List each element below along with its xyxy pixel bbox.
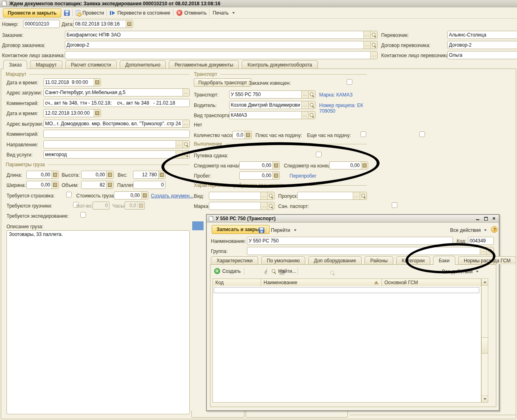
direction-input[interactable] xyxy=(44,141,176,148)
driver-input[interactable] xyxy=(230,101,301,109)
choose-button[interactable]: ... xyxy=(353,192,360,199)
direction-field[interactable]: ... xyxy=(43,140,190,148)
calculator-button[interactable] xyxy=(106,171,113,178)
calculator-button[interactable] xyxy=(137,202,144,209)
calculator-button[interactable] xyxy=(158,171,165,178)
choose-button[interactable]: ... xyxy=(370,51,377,59)
req-kind-field[interactable]: ... xyxy=(209,192,275,200)
open-button[interactable] xyxy=(487,247,493,255)
pallet-input[interactable] xyxy=(133,181,165,189)
number-field[interactable] xyxy=(23,20,60,28)
service-type-field[interactable]: ... xyxy=(43,150,190,159)
trailer-number-link[interactable]: Номер прицепа: ЕК709050 xyxy=(319,103,363,114)
customer-contact-field[interactable]: ... xyxy=(65,51,378,59)
open-button[interactable] xyxy=(308,111,315,119)
san-passport-checkbox[interactable] xyxy=(392,202,397,208)
odometer-start-input[interactable] xyxy=(240,162,272,169)
pick-transport-button[interactable]: Подобрать транспорт xyxy=(194,78,251,87)
hours-field[interactable] xyxy=(124,201,145,210)
carrier-input[interactable] xyxy=(448,31,517,39)
date-input[interactable] xyxy=(74,20,126,28)
tab-raschet-stoimosti[interactable]: Расчет стоимости xyxy=(65,60,117,69)
comment-unload-field[interactable] xyxy=(43,130,190,138)
tab-reglamentnye-dokumenty[interactable]: Регламентные документы xyxy=(169,60,239,69)
calendar-button[interactable] xyxy=(94,109,101,117)
cost-field[interactable] xyxy=(114,191,148,199)
column-header-code[interactable]: Код xyxy=(213,280,261,285)
tab-rayony[interactable]: Районы xyxy=(365,256,393,264)
open-button[interactable] xyxy=(370,41,377,49)
list-all-actions-button[interactable]: Все действия xyxy=(442,269,478,274)
choose-button[interactable]: ... xyxy=(301,101,308,109)
mileage-field[interactable] xyxy=(239,171,280,180)
odometer-start-field[interactable] xyxy=(239,161,280,169)
cancel-button[interactable]: Отменить xyxy=(176,10,207,16)
tab-zakaz[interactable]: Заказ xyxy=(3,60,27,69)
close-icon[interactable] xyxy=(491,216,497,221)
req-kind-input[interactable] xyxy=(209,192,260,199)
calculator-button[interactable] xyxy=(51,181,58,189)
pallet-field[interactable] xyxy=(133,181,165,189)
create-button[interactable]: Создать xyxy=(214,268,241,274)
overrun-link[interactable]: Перепробег xyxy=(290,173,316,179)
unload-address-input[interactable] xyxy=(44,120,182,127)
number-input[interactable] xyxy=(24,20,59,28)
calendar-button[interactable] xyxy=(126,20,133,28)
choose-button[interactable]: ... xyxy=(176,151,182,158)
goto-menu-button[interactable]: Перейти xyxy=(271,227,296,233)
tab-marshrut[interactable]: Маршрут xyxy=(30,60,62,69)
calculator-button[interactable] xyxy=(272,172,279,179)
transport-type-field[interactable]: ... xyxy=(229,111,315,119)
choose-button[interactable]: ... xyxy=(301,91,308,98)
qty-field[interactable] xyxy=(92,201,109,210)
column-header-main-fuel[interactable]: Основной ГСМ xyxy=(382,280,481,285)
customer-contract-input[interactable] xyxy=(65,41,363,49)
calculator-button[interactable] xyxy=(141,192,148,199)
load-address-input[interactable] xyxy=(44,89,182,96)
post-and-close-button[interactable]: Провести и закрыть xyxy=(3,9,61,17)
req-brand-input[interactable] xyxy=(209,202,260,210)
calculator-button[interactable] xyxy=(106,181,113,189)
choose-button[interactable]: ... xyxy=(363,41,370,49)
modal-code-input[interactable] xyxy=(468,237,493,244)
tab-kontrol-dokumentooborota[interactable]: Контроль документооборота xyxy=(242,60,317,69)
comment-load-field[interactable] xyxy=(43,99,190,107)
transport-hours-input[interactable] xyxy=(233,131,245,139)
help-icon[interactable] xyxy=(491,226,498,233)
weight-field[interactable] xyxy=(133,171,165,179)
open-button[interactable] xyxy=(360,192,367,199)
req-pass-input[interactable] xyxy=(298,192,353,199)
hours-input[interactable] xyxy=(125,202,137,209)
find-button[interactable]: Найти... xyxy=(272,268,296,274)
req-pass-field[interactable]: ... xyxy=(297,192,367,200)
save-icon[interactable] xyxy=(64,10,70,16)
datetime-load-input[interactable] xyxy=(44,79,94,86)
save-icon[interactable] xyxy=(259,227,264,233)
customer-contact-input[interactable] xyxy=(65,51,370,59)
create-document-link[interactable]: Создать докумен... xyxy=(151,193,193,199)
calendar-button[interactable] xyxy=(94,79,101,86)
calculator-button[interactable] xyxy=(51,171,58,178)
open-button[interactable] xyxy=(182,141,189,148)
choose-button[interactable]: ... xyxy=(363,31,370,39)
height-field[interactable] xyxy=(81,171,114,179)
carrier-contract-input[interactable] xyxy=(448,41,517,49)
choose-button[interactable]: ... xyxy=(182,89,189,96)
waybill-checkbox[interactable] xyxy=(316,152,322,157)
edit-icon[interactable] xyxy=(263,270,268,275)
carrier-field[interactable] xyxy=(447,31,517,39)
odometer-end-field[interactable] xyxy=(329,161,368,169)
forwarding-checkbox[interactable] xyxy=(80,212,86,218)
length-field[interactable] xyxy=(26,171,59,179)
width-field[interactable] xyxy=(26,181,59,189)
modal-group-input[interactable] xyxy=(247,247,480,255)
datetime-load-field[interactable] xyxy=(43,78,101,86)
vehicle-brand-link[interactable]: Марка: КАМАЗ xyxy=(319,92,352,98)
plus-hour-checkbox[interactable] xyxy=(360,131,366,137)
open-button[interactable] xyxy=(182,151,189,158)
customer-notified-checkbox[interactable] xyxy=(347,79,352,85)
mileage-input[interactable] xyxy=(240,172,272,179)
tab-kategorii[interactable]: Категории xyxy=(396,256,430,264)
calculator-button[interactable] xyxy=(272,162,279,169)
unload-address-field[interactable]: ... xyxy=(43,120,190,128)
